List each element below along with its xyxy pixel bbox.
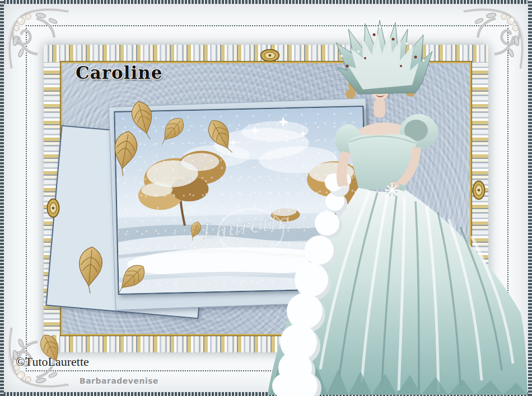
- copyright-credit-text: ©TutoLaurette: [16, 355, 89, 369]
- artwork-canvas: Caroline: [0, 0, 532, 396]
- artist-signature-text: Barbaradevenise: [80, 376, 158, 385]
- frame-stripe-right: [471, 62, 488, 335]
- falling-snow-overlay: [115, 107, 366, 294]
- beaded-border-top: [0, 0, 532, 4]
- frame-stripe-bottom: [44, 335, 488, 352]
- title-text: Caroline: [76, 63, 163, 83]
- beaded-border-right: [528, 0, 532, 396]
- beaded-border-bottom: [0, 392, 532, 396]
- winter-landscape-picture: Laurette: [114, 106, 367, 295]
- beaded-border-left: [0, 0, 4, 396]
- frame-stripe-top: [44, 45, 488, 62]
